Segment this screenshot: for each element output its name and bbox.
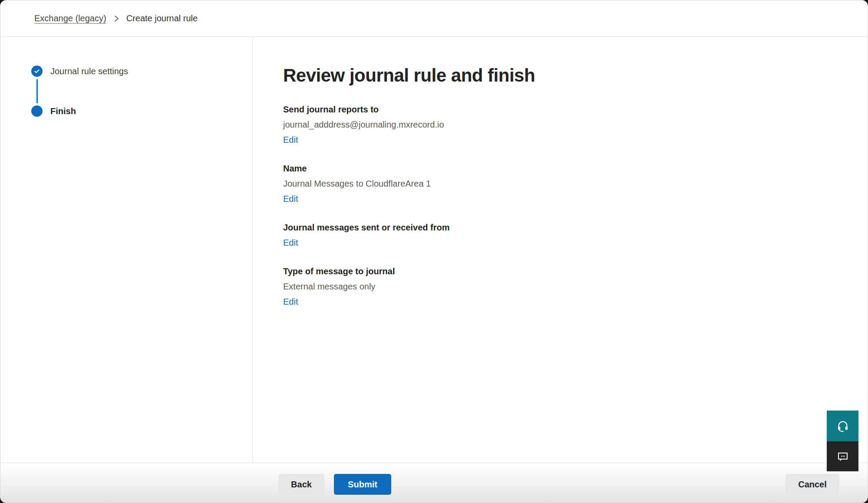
edit-link[interactable]: Edit — [283, 235, 298, 250]
section-label: Name — [283, 161, 850, 176]
footer-action-bar: Back Submit Cancel — [0, 463, 868, 503]
section-value: External messages only — [283, 279, 850, 294]
breadcrumb: Exchange (legacy) Create journal rule — [34, 13, 198, 23]
page-title: Review journal rule and finish — [283, 63, 850, 87]
floating-button-stack — [827, 411, 858, 471]
section-value: journal_adddress@journaling.mxrecord.io — [283, 117, 850, 132]
review-section-name: Name Journal Messages to CloudflareArea … — [283, 161, 850, 207]
wizard-step-label: Journal rule settings — [50, 66, 128, 76]
exchange-admin-window: Exchange (legacy) Create journal rule — [0, 0, 868, 503]
section-label: Send journal reports to — [283, 102, 850, 117]
cancel-button[interactable]: Cancel — [785, 474, 839, 495]
wizard-step-label: Finish — [50, 106, 76, 116]
main-panel: Review journal rule and finish Send jour… — [253, 37, 868, 464]
step-connector-line — [36, 79, 38, 103]
section-label: Journal messages sent or received from — [283, 220, 850, 235]
headset-icon — [836, 420, 849, 433]
submit-button[interactable]: Submit — [334, 474, 391, 495]
breadcrumb-bar: Exchange (legacy) Create journal rule — [0, 0, 868, 37]
wizard-step-finish[interactable]: Finish — [31, 105, 128, 117]
chevron-right-icon — [113, 14, 119, 23]
step-current-dot-icon — [31, 105, 43, 117]
review-section-journal-messages-sent-or-received-from: Journal messages sent or received from E… — [283, 220, 850, 250]
content-area: Journal rule settings Finish Review jour… — [0, 37, 868, 464]
section-value: Journal Messages to CloudflareArea 1 — [283, 176, 850, 191]
breadcrumb-link-exchange-legacy[interactable]: Exchange (legacy) — [34, 13, 106, 23]
feedback-button[interactable] — [827, 441, 858, 471]
edit-link[interactable]: Edit — [283, 132, 298, 148]
chat-feedback-icon — [837, 450, 849, 463]
breadcrumb-current-page: Create journal rule — [126, 13, 198, 23]
wizard-step-list: Journal rule settings Finish — [31, 66, 128, 117]
back-button[interactable]: Back — [278, 474, 324, 495]
support-button[interactable] — [827, 411, 858, 441]
edit-link[interactable]: Edit — [283, 191, 298, 207]
step-completed-check-icon — [31, 66, 43, 77]
edit-link[interactable]: Edit — [283, 294, 298, 309]
wizard-steps-sidebar: Journal rule settings Finish — [0, 37, 253, 464]
review-section-send-journal-reports-to: Send journal reports to journal_adddress… — [283, 102, 850, 148]
wizard-step-journal-rule-settings[interactable]: Journal rule settings — [31, 66, 128, 77]
review-section-type-of-message-to-journal: Type of message to journal External mess… — [283, 264, 850, 309]
section-label: Type of message to journal — [283, 264, 850, 279]
